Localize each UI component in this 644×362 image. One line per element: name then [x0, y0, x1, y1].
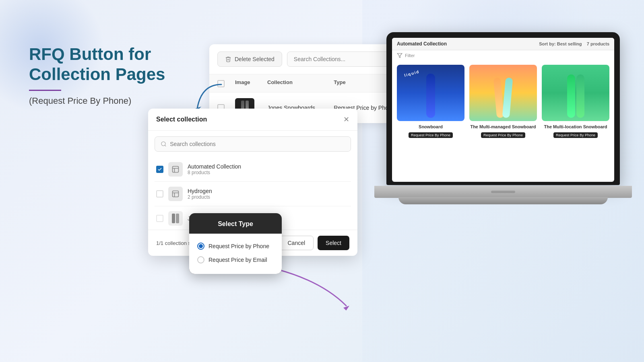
radio-option-phone[interactable]: Request Price by Phone — [197, 239, 274, 253]
svg-line-2 — [165, 145, 166, 146]
radio-inner-phone — [199, 244, 203, 248]
main-title: RFQ Button for Collection Pages — [29, 44, 190, 85]
col-collection-header: Collection — [267, 79, 334, 87]
item-count-2: 2 products — [188, 194, 349, 200]
screen-filter-bar: Filter — [392, 50, 614, 60]
screen-title: Automated Collection — [397, 41, 447, 47]
product-badge-3: Request Price By Phone — [553, 132, 598, 138]
col-image-header: Image — [235, 79, 267, 87]
product-name-3: The Multi-location Snowboard — [542, 124, 609, 129]
product-img-1: liquid — [397, 65, 464, 121]
svg-marker-7 — [397, 53, 402, 58]
item-name-2: Hydrogen — [188, 188, 349, 194]
product-grid: liquid Snowboard Request Price By Phone … — [392, 60, 614, 143]
item-checkbox-2[interactable] — [156, 190, 163, 197]
svg-point-1 — [161, 142, 165, 146]
svg-rect-3 — [173, 167, 179, 173]
svg-marker-6 — [343, 306, 349, 311]
svg-rect-4 — [173, 191, 179, 197]
radio-label-phone: Request Price by Phone — [208, 243, 269, 249]
laptop-screen-outer: Automated Collection Sort by: Best selli… — [386, 32, 620, 185]
item-info-1: Automated Collection 8 products — [188, 163, 349, 175]
product-card-3: The Multi-location Snowboard Request Pri… — [542, 65, 609, 138]
title-underline — [29, 90, 61, 91]
modal-close-button[interactable]: ✕ — [343, 115, 349, 124]
laptop-container: Automated Collection Sort by: Best selli… — [374, 32, 632, 314]
arrow-to-laptop — [274, 265, 354, 314]
select-button[interactable]: Select — [318, 236, 349, 250]
radio-label-email: Request Price by Email — [208, 257, 267, 263]
type-popup-title: Select Type — [218, 220, 253, 227]
type-popup-header: Select Type — [189, 213, 282, 234]
item-checkbox-1[interactable] — [156, 166, 163, 173]
modal-title: Select collection — [156, 116, 207, 123]
arrow-to-modal — [193, 80, 233, 113]
check-icon — [157, 167, 162, 172]
product-card-1: liquid Snowboard Request Price By Phone — [397, 65, 464, 138]
screen-header: Automated Collection Sort by: Best selli… — [392, 38, 614, 50]
left-panel: RFQ Button for Collection Pages (Request… — [29, 44, 190, 106]
footer-buttons: Cancel Select — [279, 236, 349, 250]
list-item[interactable]: Automated Collection 8 products — [155, 157, 351, 182]
select-type-popup: Select Type Request Price by Phone Reque… — [189, 213, 282, 274]
delete-selected-button[interactable]: Delete Selected — [217, 51, 282, 67]
item-name-1: Automated Collection — [188, 163, 349, 170]
item-count-1: 8 products — [188, 170, 349, 175]
modal-header: Select collection ✕ — [148, 109, 357, 131]
product-img-3 — [542, 65, 609, 121]
item-icon-2 — [168, 187, 183, 201]
radio-option-email[interactable]: Request Price by Email — [197, 253, 274, 267]
item-icon-3 — [168, 211, 183, 226]
filter-icon — [397, 53, 402, 58]
radio-circle-phone[interactable] — [197, 243, 204, 250]
modal-search-box[interactable] — [155, 136, 351, 152]
product-name-1: Snowboard — [397, 124, 464, 129]
product-badge-1: Request Price By Phone — [409, 132, 453, 138]
list-item[interactable]: Hydrogen 2 products — [155, 182, 351, 206]
cancel-button[interactable]: Cancel — [279, 236, 314, 250]
laptop-base — [374, 186, 632, 198]
radio-circle-email[interactable] — [197, 256, 204, 263]
modal-search-input[interactable] — [170, 141, 345, 147]
product-name-2: The Multi-managed Snowboard — [469, 124, 537, 129]
search-icon — [161, 141, 167, 147]
collection-icon — [171, 190, 180, 198]
collection-icon — [171, 165, 180, 173]
screen-sort: Sort by: Best selling 7 products — [539, 41, 609, 46]
item-checkbox-3[interactable] — [156, 215, 163, 222]
item-icon-1 — [168, 162, 183, 177]
subtitle: (Request Price By Phone) — [29, 96, 190, 106]
item-info-2: Hydrogen 2 products — [188, 188, 349, 200]
trash-icon — [225, 56, 231, 62]
product-card-2: The Multi-managed Snowboard Request Pric… — [469, 65, 537, 138]
product-img-2 — [469, 65, 537, 121]
product-badge-2: Request Price By Phone — [481, 132, 525, 138]
laptop-foot — [398, 197, 608, 204]
filter-label: Filter — [405, 53, 415, 58]
laptop-screen: Automated Collection Sort by: Best selli… — [392, 38, 614, 182]
type-popup-body: Request Price by Phone Request Price by … — [189, 234, 282, 274]
